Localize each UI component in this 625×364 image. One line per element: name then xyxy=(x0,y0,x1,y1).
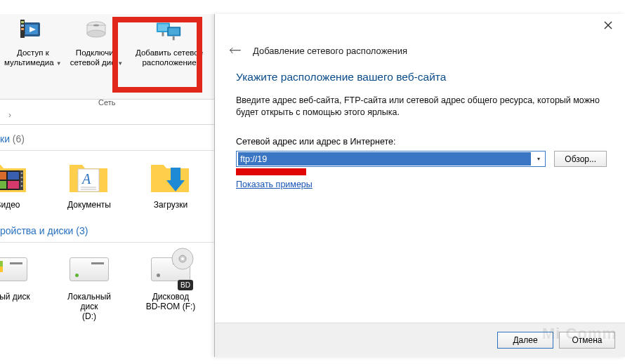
svg-rect-20 xyxy=(0,172,6,180)
ribbon-label: Добавить сетевое xyxy=(136,48,203,57)
folder-label: Загрузки xyxy=(154,200,188,210)
ribbon-item-map-drive[interactable]: Подключитсетевой дис ▼ xyxy=(66,14,127,79)
svg-point-29 xyxy=(21,177,23,179)
device-label: льный диск xyxy=(0,292,30,302)
add-network-location-dialog: 🡐 Добавление сетевого расположения Укажи… xyxy=(214,14,625,357)
svg-rect-14 xyxy=(169,28,179,35)
network-location-icon xyxy=(155,17,183,45)
svg-rect-22 xyxy=(0,181,6,189)
device-label: Локальный диск xyxy=(67,292,111,311)
folder-documents-icon: A xyxy=(68,158,110,197)
chevron-down-icon: ▼ xyxy=(117,60,123,67)
chevron-right-icon: › xyxy=(4,110,15,120)
network-address-combo[interactable]: ▾ xyxy=(236,151,546,167)
optical-drive-icon: BD xyxy=(150,250,192,289)
folder-label: Документы xyxy=(67,200,111,210)
folder-videos[interactable]: Видео xyxy=(0,158,39,210)
drive-icon xyxy=(82,17,110,45)
show-examples-link[interactable]: Показать примеры xyxy=(236,180,312,189)
folder-video-icon xyxy=(0,158,29,197)
svg-point-44 xyxy=(181,257,184,260)
dialog-footer: Далее Отмена xyxy=(215,323,625,357)
folder-downloads[interactable]: Загрузки xyxy=(139,158,202,210)
device-local-disk-d[interactable]: Локальный диск(D:) xyxy=(58,250,121,321)
ribbon-label: Подключит xyxy=(76,48,117,57)
svg-rect-12 xyxy=(158,24,169,31)
chevron-down-icon: ▼ xyxy=(56,60,62,67)
svg-rect-21 xyxy=(8,172,19,180)
svg-rect-23 xyxy=(8,181,19,189)
svg-point-31 xyxy=(21,185,23,187)
folder-label: Видео xyxy=(0,200,20,210)
svg-text:A: A xyxy=(81,171,91,187)
disk-icon xyxy=(0,250,29,289)
device-local-disk-c[interactable]: льный диск xyxy=(0,250,39,302)
svg-point-28 xyxy=(21,173,23,175)
network-address-input[interactable] xyxy=(238,152,531,166)
field-label: Сетевой адрес или адрес в Интернете: xyxy=(236,137,607,147)
folder-downloads-icon xyxy=(150,158,192,197)
svg-point-30 xyxy=(21,181,23,183)
svg-rect-41 xyxy=(0,267,3,272)
svg-rect-5 xyxy=(21,25,24,27)
svg-rect-4 xyxy=(21,21,24,23)
dialog-titlebar xyxy=(215,14,625,36)
dialog-heading: Укажите расположение вашего веб-сайта xyxy=(236,71,607,83)
ribbon-item-media-access[interactable]: Доступ кмультимедиа ▼ xyxy=(0,14,66,79)
svg-rect-16 xyxy=(173,36,175,41)
device-label: Дисковод xyxy=(152,292,190,302)
bd-badge: BD xyxy=(178,280,193,290)
device-bdrom[interactable]: BD ДисководBD-ROM (F:) xyxy=(139,250,202,311)
folder-documents[interactable]: A Документы xyxy=(58,158,121,210)
multimedia-icon xyxy=(19,17,47,45)
svg-rect-6 xyxy=(21,28,24,30)
back-arrow-icon[interactable]: 🡐 xyxy=(229,43,242,58)
dialog-paragraph: Введите адрес веб-сайта, FTP-сайта или с… xyxy=(236,95,607,119)
svg-point-9 xyxy=(87,30,105,37)
ribbon-label: Доступ к xyxy=(17,48,49,57)
browse-button[interactable]: Обзор... xyxy=(554,151,607,167)
svg-rect-15 xyxy=(162,32,164,36)
cancel-button[interactable]: Отмена xyxy=(559,332,615,349)
ribbon-item-add-network-location[interactable]: Добавить сетевоерасположение xyxy=(127,14,211,79)
svg-rect-36 xyxy=(171,168,180,180)
redaction-overlay xyxy=(236,168,306,175)
next-button[interactable]: Далее xyxy=(497,332,553,349)
svg-rect-39 xyxy=(0,261,3,267)
svg-point-10 xyxy=(93,24,99,26)
chevron-down-icon[interactable]: ▾ xyxy=(532,151,545,166)
dialog-title: Добавление сетевого расположения xyxy=(253,46,407,56)
disk-icon xyxy=(68,250,110,289)
close-button[interactable] xyxy=(594,15,622,35)
